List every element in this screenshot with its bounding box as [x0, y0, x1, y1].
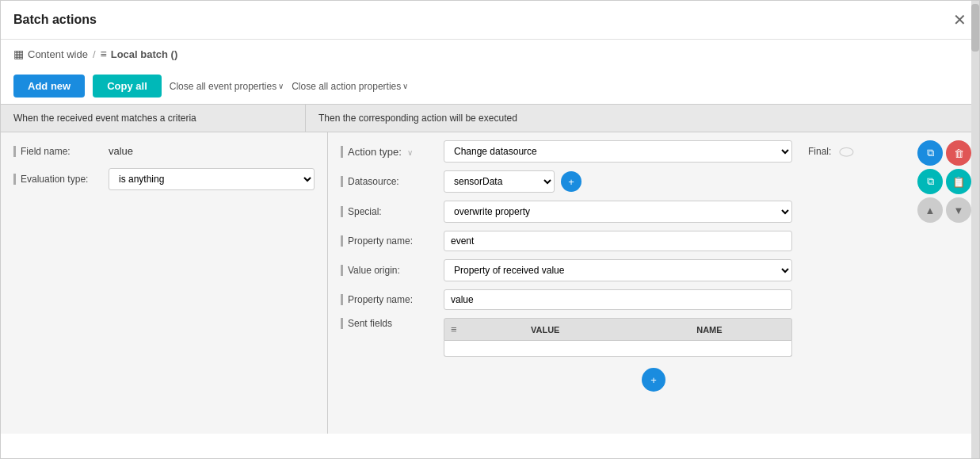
datasource-label: Datasource: [341, 176, 436, 187]
paste-icon: 📋 [952, 176, 965, 188]
action-type-row: Action type: ∨ Change datasource Set pro… [341, 140, 967, 163]
sent-fields-body [444, 341, 792, 357]
copy-action-button[interactable]: ⧉ [917, 140, 943, 166]
close-event-properties-button[interactable]: Close all event properties [170, 81, 284, 92]
move-up-button[interactable]: ▲ [917, 197, 943, 223]
value-origin-row: Value origin: Property of received value… [341, 259, 967, 281]
add-row-plus-icon: + [650, 374, 657, 386]
copy-icon: ⧉ [927, 147, 934, 159]
value-origin-select[interactable]: Property of received value Static value … [444, 259, 792, 281]
paste-action-button[interactable]: 📋 [946, 169, 971, 194]
special-row: Special: overwrite property none append [341, 201, 967, 223]
value-origin-label: Value origin: [341, 265, 436, 276]
right-panel: ⧉ 🗑 ⧉ 📋 ▲ [328, 132, 979, 434]
bot-side-btn-row: ▲ ▼ [917, 197, 971, 223]
dialog-header: Batch actions ✕ [1, 1, 979, 40]
duplicate-action-button[interactable]: ⧉ [917, 169, 943, 194]
add-new-button[interactable]: Add new [13, 75, 85, 98]
property-name-row-1: Property name: [341, 231, 967, 251]
mid-side-btn-row: ⧉ 📋 [917, 169, 971, 194]
action-type-label: Action type: ∨ [341, 146, 436, 158]
sent-fields-row: Sent fields ≡ VALUE NAME [341, 318, 967, 357]
content-wide-icon: ▦ [13, 48, 24, 60]
top-side-btn-row: ⧉ 🗑 [917, 140, 971, 166]
sent-fields-col-value: VALUE [463, 320, 627, 339]
delete-icon: 🗑 [954, 147, 964, 159]
close-action-properties-button[interactable]: Close all action properties [292, 81, 408, 92]
breadcrumb-content-wide-label: Content wide [28, 48, 88, 60]
copy-all-button[interactable]: Copy all [93, 75, 162, 98]
scrollbar-track[interactable] [971, 1, 979, 458]
action-type-select[interactable]: Change datasource Set property Send even… [444, 140, 792, 163]
move-down-button[interactable]: ▼ [946, 197, 971, 223]
final-toggle[interactable]: ⬭ [839, 141, 854, 162]
sent-fields-col-name: NAME [627, 320, 791, 339]
property-name-row-2: Property name: [341, 289, 967, 310]
scrollbar-thumb[interactable] [971, 4, 979, 52]
local-batch-icon: ≡ [101, 48, 107, 60]
datasource-controls: sensorData localData + [444, 170, 582, 193]
left-panel: Field name: value Evaluation type: is an… [1, 132, 328, 434]
content-area: Field name: value Evaluation type: is an… [1, 132, 979, 434]
breadcrumb-separator: / [93, 48, 96, 60]
side-actions: ⧉ 🗑 ⧉ 📋 ▲ [917, 140, 971, 223]
batch-actions-dialog: Batch actions ✕ ▦ Content wide / ≡ Local… [0, 0, 980, 459]
add-row-area: + [341, 368, 967, 392]
evaluation-type-select[interactable]: is anything is equal to contains starts … [109, 168, 315, 190]
section-headers: When the received event matches a criter… [1, 104, 979, 132]
breadcrumb-content-wide[interactable]: ▦ Content wide [13, 48, 88, 60]
field-name-row: Field name: value [13, 145, 315, 157]
sent-fields-header: ≡ VALUE NAME [444, 318, 792, 341]
close-dialog-button[interactable]: ✕ [953, 10, 967, 29]
property-name-label-2: Property name: [341, 294, 436, 305]
property-name-label-1: Property name: [341, 235, 436, 247]
delete-action-button[interactable]: 🗑 [946, 140, 971, 166]
down-icon: ▼ [954, 205, 964, 216]
evaluation-type-label: Evaluation type: [13, 174, 101, 185]
sent-fields-list-icon: ≡ [444, 319, 463, 340]
dialog-title: Batch actions [13, 13, 97, 27]
add-sent-field-button[interactable]: + [642, 368, 665, 392]
sent-fields-label: Sent fields [341, 318, 436, 329]
special-select[interactable]: overwrite property none append [444, 201, 792, 223]
special-label: Special: [341, 206, 436, 217]
breadcrumb: ▦ Content wide / ≡ Local batch () [1, 40, 979, 68]
duplicate-icon: ⧉ [927, 175, 934, 188]
property-name-input-2[interactable] [444, 289, 792, 310]
section-header-left: When the received event matches a criter… [1, 105, 306, 132]
evaluation-type-row: Evaluation type: is anything is equal to… [13, 168, 315, 190]
breadcrumb-local-batch[interactable]: ≡ Local batch () [101, 48, 178, 60]
section-header-right: Then the corresponding action will be ex… [306, 105, 979, 132]
toolbar: Add new Copy all Close all event propert… [1, 68, 979, 104]
add-datasource-button[interactable]: + [561, 171, 582, 192]
action-type-expand-icon: ∨ [407, 148, 413, 157]
plus-icon: + [568, 177, 574, 187]
datasource-select[interactable]: sensorData localData [444, 170, 555, 193]
field-name-value: value [109, 145, 133, 157]
datasource-row: Datasource: sensorData localData + [341, 170, 967, 193]
sent-fields-wrap: ≡ VALUE NAME [444, 318, 792, 357]
field-name-label: Field name: [13, 146, 101, 157]
final-label: Final: [808, 146, 831, 157]
up-icon: ▲ [925, 205, 936, 216]
property-name-input-1[interactable] [444, 231, 792, 251]
breadcrumb-local-batch-label: Local batch () [111, 48, 178, 60]
